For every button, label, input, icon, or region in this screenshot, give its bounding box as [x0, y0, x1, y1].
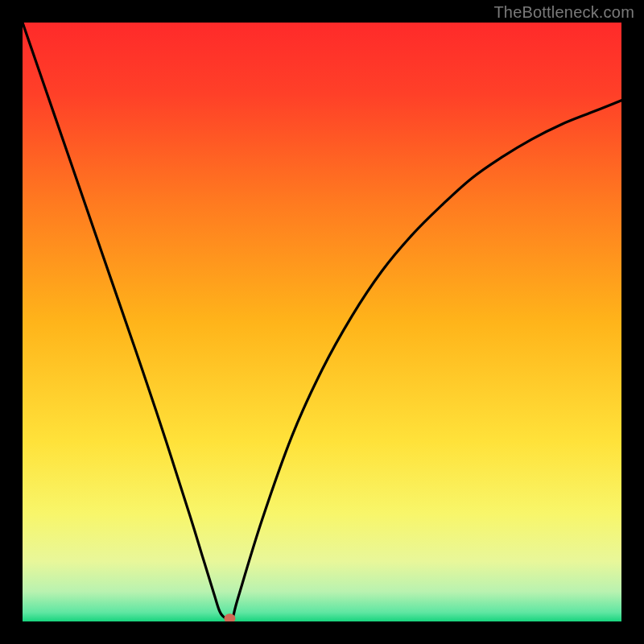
bottleneck-chart [0, 0, 644, 644]
gradient-background [23, 23, 621, 621]
chart-container: TheBottleneck.com [0, 0, 644, 644]
watermark-text: TheBottleneck.com [493, 3, 634, 22]
